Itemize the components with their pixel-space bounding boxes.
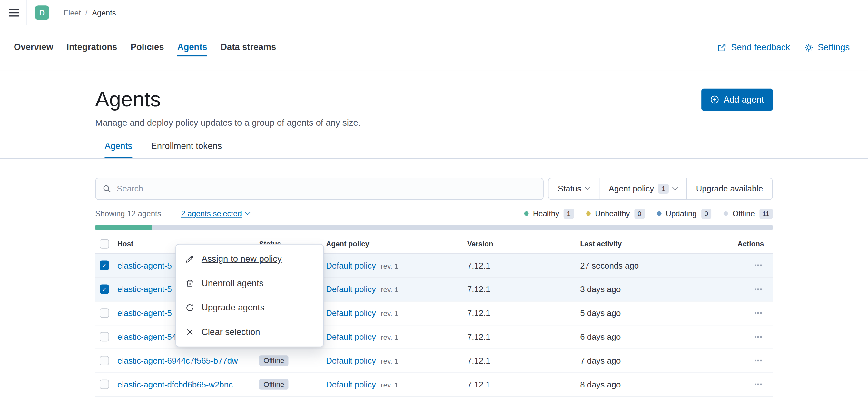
row-checkbox[interactable]	[100, 332, 109, 341]
settings-link[interactable]: Settings	[804, 42, 849, 53]
menu-item-label: Unenroll agents	[202, 279, 264, 288]
breadcrumb-separator: /	[86, 8, 88, 17]
chevron-down-icon	[245, 210, 251, 215]
legend-unhealthy: Unhealthy 0	[586, 209, 645, 219]
tab-data-streams[interactable]: Data streams	[221, 39, 276, 56]
col-last-activity: Last activity	[580, 240, 739, 248]
tab-integrations[interactable]: Integrations	[66, 39, 117, 56]
table-row: elastic-agent-6944c7f565-b77dw Offline D…	[95, 349, 773, 373]
page-subtitle: Manage and deploy policy updates to a gr…	[95, 118, 773, 128]
policy-revision: rev. 1	[381, 357, 398, 365]
policy-link[interactable]: Default policy	[326, 356, 376, 365]
legend-updating: Updating 0	[657, 209, 712, 219]
external-link-icon	[718, 43, 726, 52]
tab-overview[interactable]: Overview	[14, 39, 53, 56]
legend-dot	[586, 211, 591, 216]
policy-link[interactable]: Default policy	[326, 332, 376, 341]
legend-label: Updating	[666, 209, 697, 218]
send-feedback-link[interactable]: Send feedback	[718, 42, 790, 53]
legend-label: Unhealthy	[595, 209, 630, 218]
row-actions-icon[interactable]	[752, 286, 764, 292]
legend-count: 1	[564, 209, 574, 219]
menu-item-label: Upgrade agents	[202, 303, 265, 313]
agent-version: 7.12.1	[467, 380, 580, 389]
fleet-nav-tabs: Overview Integrations Policies Agents Da…	[14, 39, 276, 56]
tab-enrollment-tokens[interactable]: Enrollment tokens	[151, 141, 222, 158]
select-all-checkbox[interactable]	[100, 239, 109, 248]
policy-link[interactable]: Default policy	[326, 308, 376, 318]
menu-item-clear-selection[interactable]: Clear selection	[176, 320, 323, 344]
policy-revision: rev. 1	[381, 381, 398, 389]
add-agent-button[interactable]: Add agent	[701, 88, 773, 110]
row-actions-icon[interactable]	[752, 357, 764, 363]
legend-offline: Offline 11	[723, 209, 773, 219]
fleet-nav: Overview Integrations Policies Agents Da…	[0, 26, 868, 70]
last-activity: 8 days ago	[580, 380, 739, 389]
settings-label: Settings	[818, 42, 849, 53]
policy-revision: rev. 1	[381, 286, 398, 294]
breadcrumb-fleet[interactable]: Fleet	[64, 8, 81, 17]
row-checkbox[interactable]	[100, 308, 109, 318]
agent-version: 7.12.1	[467, 332, 580, 341]
send-feedback-label: Send feedback	[731, 42, 790, 53]
row-checkbox[interactable]	[100, 261, 109, 270]
status-filter-label: Status	[558, 184, 581, 193]
agents-selected-label: 2 agents selected	[181, 209, 242, 218]
host-link[interactable]: elastic-agent-dfcbd6b65-w2bnc	[117, 380, 259, 389]
row-checkbox[interactable]	[100, 380, 109, 389]
last-activity: 3 days ago	[580, 285, 739, 294]
tab-agents-list[interactable]: Agents	[104, 141, 132, 158]
search-input[interactable]	[117, 184, 536, 193]
row-checkbox[interactable]	[100, 285, 109, 294]
showing-count: Showing 12 agents	[95, 209, 161, 218]
breadcrumb: Fleet / Agents	[64, 8, 116, 17]
policy-revision: rev. 1	[381, 334, 398, 342]
agent-policy-filter-label: Agent policy	[609, 184, 654, 193]
upgrade-available-filter-button[interactable]: Upgrade available	[686, 178, 772, 199]
search-box[interactable]	[95, 177, 544, 199]
agents-selected-link[interactable]: 2 agents selected	[181, 209, 250, 218]
policy-revision: rev. 1	[381, 262, 398, 270]
status-badge: Offline	[259, 355, 288, 366]
add-agent-label: Add agent	[723, 94, 764, 104]
legend-healthy: Healthy 1	[524, 209, 574, 219]
row-actions-icon[interactable]	[752, 381, 764, 387]
menu-item-upgrade[interactable]: Upgrade agents	[176, 296, 323, 320]
policy-link[interactable]: Default policy	[326, 285, 376, 294]
space-avatar[interactable]: D	[35, 5, 49, 20]
col-version: Version	[467, 240, 580, 248]
policy-link[interactable]: Default policy	[326, 261, 376, 270]
status-filter-button[interactable]: Status	[549, 178, 599, 199]
refresh-icon	[185, 304, 194, 312]
menu-icon[interactable]	[5, 3, 24, 22]
menu-item-assign-policy[interactable]: Assign to new policy	[176, 247, 323, 272]
legend-label: Healthy	[533, 209, 559, 218]
host-link[interactable]: elastic-agent-6944c7f565-b77dw	[117, 356, 259, 365]
search-icon	[102, 184, 111, 193]
menu-item-unenroll[interactable]: Unenroll agents	[176, 271, 323, 296]
legend-dot	[657, 211, 661, 216]
plus-circle-icon	[710, 95, 719, 104]
last-activity: 5 days ago	[580, 308, 739, 318]
menu-item-label: Clear selection	[202, 327, 260, 337]
cross-icon	[185, 327, 194, 336]
tab-agents[interactable]: Agents	[177, 39, 207, 56]
row-actions-icon[interactable]	[752, 262, 764, 268]
chevron-down-icon	[672, 185, 678, 190]
top-bar: D Fleet / Agents	[0, 0, 868, 26]
tab-policies[interactable]: Policies	[131, 39, 164, 56]
health-progress-bar	[95, 225, 773, 229]
status-badge: Offline	[259, 379, 288, 390]
fleet-agents-page: D Fleet / Agents Overview Integrations P…	[0, 0, 868, 412]
menu-item-label: Assign to new policy	[202, 254, 282, 264]
col-actions: Actions	[740, 240, 773, 248]
trash-icon	[185, 279, 194, 288]
agent-policy-filter-button[interactable]: Agent policy 1	[599, 178, 686, 199]
policy-revision: rev. 1	[381, 310, 398, 318]
row-actions-icon[interactable]	[752, 334, 764, 340]
status-row: Showing 12 agents 2 agents selected Heal…	[95, 209, 773, 219]
row-actions-icon[interactable]	[752, 310, 764, 316]
policy-link[interactable]: Default policy	[326, 380, 376, 389]
row-checkbox[interactable]	[100, 356, 109, 365]
chevron-down-icon	[585, 185, 590, 190]
